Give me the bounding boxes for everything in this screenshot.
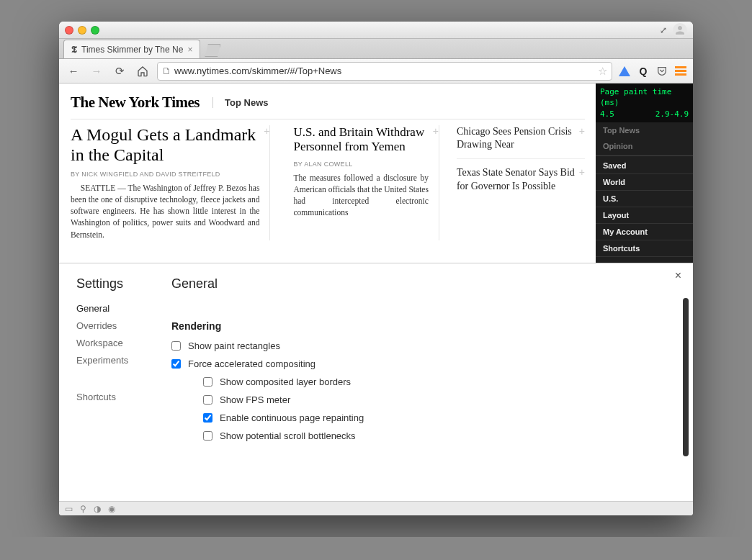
- page-viewport: The New York Times Top News + A Mogul Ge…: [59, 83, 693, 263]
- window-controls: [65, 26, 99, 35]
- side-item[interactable]: World: [596, 174, 693, 191]
- lead-byline: BY NICK WINGFIELD AND DAVID STREITFELD: [71, 171, 259, 178]
- settings-nav-experiments[interactable]: Experiments: [76, 355, 160, 366]
- add-story-icon[interactable]: +: [579, 166, 585, 178]
- option-checkbox[interactable]: [203, 413, 212, 423]
- mini-story[interactable]: + Chicago Sees Pension Crisis Drawing Ne…: [457, 125, 585, 159]
- dock-icon[interactable]: ▭: [65, 504, 73, 514]
- rendering-option[interactable]: Show FPS meter: [171, 394, 671, 405]
- side-ghost-item[interactable]: Opinion: [596, 138, 693, 154]
- side-ghost-item[interactable]: Top News: [596, 122, 693, 138]
- paint-label: Page paint time (ms): [600, 86, 689, 109]
- tab-title: Times Skimmer by The Ne: [81, 45, 183, 55]
- mini-story[interactable]: + Texas State Senator Says Bid for Gover…: [457, 166, 585, 199]
- settings-heading: General: [171, 276, 671, 292]
- side-item[interactable]: My Account: [596, 224, 693, 240]
- option-label: Force accelerated compositing: [188, 358, 315, 369]
- option-label: Show composited layer borders: [220, 376, 351, 387]
- zoom-window-button[interactable]: [91, 26, 99, 35]
- settings-nav-general[interactable]: General: [76, 303, 160, 314]
- scrollbar-thumb[interactable]: [683, 298, 689, 456]
- lead-headline: A Mogul Gets a Landmark in the Capital: [71, 125, 259, 165]
- lead-story[interactable]: + A Mogul Gets a Landmark in the Capital…: [71, 125, 270, 240]
- rendering-option[interactable]: Force accelerated compositing: [171, 358, 671, 369]
- option-checkbox[interactable]: [203, 395, 212, 405]
- minimize-window-button[interactable]: [78, 26, 86, 35]
- settings-sidebar: Settings General Overrides Workspace Exp…: [59, 263, 160, 501]
- bookmark-star-icon[interactable]: ☆: [598, 65, 607, 78]
- new-tab-button[interactable]: [205, 44, 220, 57]
- option-label: Show paint rectangles: [188, 340, 280, 351]
- browser-tab[interactable]: 𝕿 Times Skimmer by The Ne ×: [63, 40, 200, 58]
- profile-avatar[interactable]: [673, 23, 687, 37]
- settings-nav-overrides[interactable]: Overrides: [76, 320, 160, 331]
- lead-body: SEATTLE — The Washington of Jeffrey P. B…: [71, 182, 259, 240]
- forward-button[interactable]: →: [88, 63, 105, 80]
- reload-button[interactable]: ⟳: [111, 63, 128, 80]
- side-item[interactable]: Saved: [596, 158, 693, 174]
- add-story-icon[interactable]: +: [433, 125, 439, 137]
- secondary-byline: BY ALAN COWELL: [293, 161, 428, 168]
- section-side-panel: Page paint time (ms) 4.5 2.9-4.9 Top New…: [596, 83, 693, 263]
- settings-nav-shortcuts[interactable]: Shortcuts: [76, 392, 160, 402]
- close-window-button[interactable]: [65, 26, 73, 35]
- dock-icon[interactable]: ◑: [94, 504, 101, 514]
- browser-window: ⤢ 𝕿 Times Skimmer by The Ne × ← → ⟳ 🗋 ☆ …: [59, 22, 693, 515]
- paint-time-overlay: Page paint time (ms) 4.5 2.9-4.9: [596, 83, 693, 122]
- close-tab-icon[interactable]: ×: [187, 45, 192, 55]
- paint-range: 2.9-4.9: [655, 109, 689, 119]
- option-checkbox[interactable]: [171, 359, 181, 369]
- rendering-option[interactable]: Enable continuous page repainting: [171, 412, 671, 423]
- side-item[interactable]: U.S.: [596, 191, 693, 207]
- back-button[interactable]: ←: [65, 63, 82, 80]
- rendering-option[interactable]: Show potential scroll bottlenecks: [171, 430, 671, 441]
- secondary-story[interactable]: + U.S. and Britain Withdraw Personnel fr…: [283, 125, 439, 240]
- section-label: Top News: [212, 97, 268, 108]
- address-bar[interactable]: 🗋 ☆: [157, 62, 612, 81]
- option-label: Show FPS meter: [220, 394, 290, 405]
- tab-strip: 𝕿 Times Skimmer by The Ne ×: [59, 39, 693, 59]
- mini-headline: Texas State Senator Says Bid for Governo…: [457, 166, 585, 192]
- settings-main: General Rendering Show paint rectanglesF…: [160, 263, 693, 501]
- option-label: Enable continuous page repainting: [220, 412, 364, 423]
- option-checkbox[interactable]: [203, 431, 212, 441]
- paint-current: 4.5: [600, 109, 614, 119]
- site-info-icon[interactable]: 🗋: [162, 66, 171, 76]
- settings-section-title: Rendering: [171, 320, 671, 332]
- browser-toolbar: ← → ⟳ 🗋 ☆ Q: [59, 59, 693, 83]
- devtools-dock-strip: ▭ ⚲ ◑ ◉: [59, 501, 693, 515]
- option-checkbox[interactable]: [171, 341, 181, 351]
- rendering-option[interactable]: Show paint rectangles: [171, 340, 671, 351]
- rendering-option[interactable]: Show composited layer borders: [171, 376, 671, 387]
- nyt-logo[interactable]: The New York Times: [71, 94, 200, 112]
- settings-nav-workspace[interactable]: Workspace: [76, 338, 160, 348]
- add-story-icon[interactable]: +: [579, 125, 585, 137]
- drive-extension-icon[interactable]: [618, 65, 631, 78]
- option-checkbox[interactable]: [203, 377, 212, 387]
- url-input[interactable]: [174, 66, 595, 76]
- add-story-icon[interactable]: +: [264, 125, 269, 137]
- pocket-extension-icon[interactable]: [655, 65, 668, 78]
- titlebar: ⤢: [59, 22, 693, 39]
- dock-icon[interactable]: ◉: [108, 504, 115, 514]
- secondary-headline: U.S. and Britain Withdraw Personnel from…: [293, 125, 428, 155]
- side-item[interactable]: Shortcuts: [596, 240, 693, 257]
- tab-favicon: 𝕿: [71, 44, 77, 55]
- option-label: Show potential scroll bottlenecks: [220, 430, 356, 441]
- secondary-body: The measures followed a disclosure by Am…: [293, 172, 428, 218]
- mini-headline: Chicago Sees Pension Crisis Drawing Near: [457, 125, 585, 151]
- settings-title: Settings: [76, 276, 160, 292]
- home-button[interactable]: [134, 63, 151, 80]
- masthead: The New York Times Top News: [71, 91, 585, 112]
- dock-icon[interactable]: ⚲: [80, 504, 86, 514]
- devtools-settings-panel: × Settings General Overrides Workspace E…: [59, 263, 693, 501]
- side-item[interactable]: Layout: [596, 207, 693, 224]
- tertiary-column: + Chicago Sees Pension Crisis Drawing Ne…: [452, 125, 585, 240]
- extension-icon[interactable]: Q: [637, 65, 650, 78]
- chrome-menu-icon[interactable]: [674, 65, 687, 78]
- fullscreen-icon[interactable]: ⤢: [660, 25, 667, 35]
- divider: [596, 155, 693, 156]
